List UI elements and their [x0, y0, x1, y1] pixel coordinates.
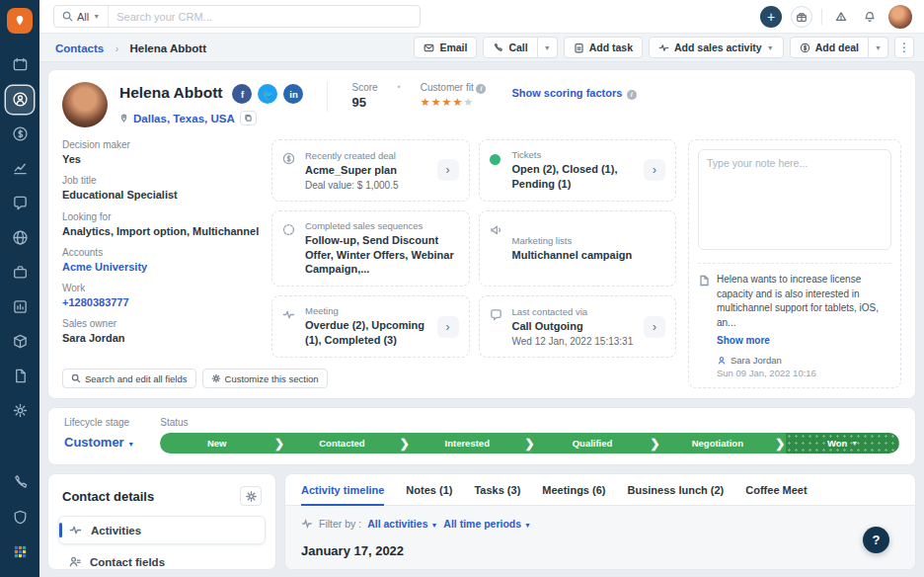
- linkedin-icon[interactable]: in: [283, 84, 303, 104]
- contacts-icon[interactable]: [6, 86, 34, 114]
- cube-icon[interactable]: [6, 328, 34, 356]
- sequence-icon: [282, 222, 297, 240]
- quick-add-button[interactable]: +: [760, 6, 782, 28]
- breadcrumb-contacts-link[interactable]: Contacts: [55, 42, 104, 54]
- show-more-link[interactable]: Show more: [717, 335, 770, 346]
- app-switcher-icon[interactable]: [6, 538, 34, 566]
- note-input[interactable]: [698, 149, 891, 250]
- help-button[interactable]: ?: [863, 527, 889, 553]
- widget-last-contacted[interactable]: Last contacted via Call Outgoing Wed 12 …: [479, 295, 677, 358]
- filter-periods-dropdown[interactable]: All time periods ▼: [443, 518, 531, 530]
- search-edit-fields-button[interactable]: Search and edit all fields: [62, 369, 196, 388]
- divider: [821, 9, 822, 25]
- sidebar-item-label: Activities: [91, 525, 141, 536]
- call-button[interactable]: Call: [483, 37, 537, 58]
- add-sales-activity-button[interactable]: Add sales activity▼: [649, 37, 784, 58]
- breadcrumb-bar: Contacts › Helena Abbott Email Call ▼ Ad…: [39, 34, 924, 62]
- widget-tickets[interactable]: Tickets Open (2), Closed (1), Pending (1…: [479, 139, 677, 202]
- widget-meeting[interactable]: Meeting Overdue (2), Upcoming (1), Compl…: [271, 295, 470, 358]
- alerts-icon[interactable]: [831, 7, 851, 27]
- global-search[interactable]: All ▼: [53, 5, 421, 28]
- stage-interested[interactable]: Interested: [411, 433, 524, 453]
- search-scope-dropdown[interactable]: All ▼: [54, 6, 109, 27]
- stage-separator: ❯: [774, 433, 786, 453]
- stage-won[interactable]: Won▼: [786, 433, 899, 453]
- star-icon: ★: [421, 96, 431, 108]
- tab-activity-timeline[interactable]: Activity timeline: [301, 484, 384, 505]
- stage-new[interactable]: New: [160, 433, 273, 453]
- field-value: Analytics, Import option, Multichannel: [62, 224, 260, 238]
- show-scoring-factors-link[interactable]: Show scoring factors: [511, 87, 622, 99]
- star-icon: ★: [442, 96, 453, 108]
- chevron-down-icon: ▼: [524, 522, 531, 529]
- gear-icon[interactable]: [240, 486, 262, 506]
- chevron-right-button[interactable]: ›: [437, 316, 459, 338]
- widget-label: Recently created deal: [305, 150, 429, 161]
- contact-details-panel: Contact details Activities Contact field…: [47, 473, 276, 570]
- widget-title: Follow-up, Send Discount Offer, Winter O…: [305, 233, 459, 278]
- twitter-icon[interactable]: 🐦: [258, 84, 277, 104]
- sidebar-item-contact-fields[interactable]: Contact fields: [58, 548, 266, 575]
- facebook-icon[interactable]: f: [232, 84, 252, 104]
- lifecycle-stage-dropdown[interactable]: Customer ▼: [64, 435, 134, 450]
- status-stage-bar: New ❯ Contacted ❯ Interested ❯ Qualified…: [160, 433, 899, 453]
- gear-icon: [211, 373, 221, 383]
- add-deal-button[interactable]: Add deal: [790, 37, 869, 58]
- field-value: Sara Jordan: [62, 331, 260, 345]
- tab-business-lunch[interactable]: Business lunch (2): [627, 484, 724, 505]
- account-link[interactable]: Acme University: [62, 260, 260, 274]
- info-icon[interactable]: i: [627, 90, 637, 100]
- contact-location-link[interactable]: Dallas, Texas, USA: [133, 113, 235, 124]
- filter-by-label: Filter by :: [319, 518, 361, 530]
- widget-sales-sequences[interactable]: Completed sales sequences Follow-up, Sen…: [271, 210, 470, 288]
- notifications-bell-icon[interactable]: [860, 7, 880, 27]
- shield-icon[interactable]: [6, 504, 34, 532]
- search-input[interactable]: [109, 11, 420, 23]
- widget-subtitle: Deal value: $ 1,000.5: [305, 180, 429, 191]
- widget-label: Meeting: [305, 305, 429, 316]
- gift-icon[interactable]: [791, 6, 812, 28]
- deals-icon[interactable]: [6, 121, 34, 148]
- analytics-icon[interactable]: [6, 155, 34, 183]
- widget-recent-deal[interactable]: Recently created deal Acme_Super plan De…: [271, 139, 470, 202]
- stage-contacted[interactable]: Contacted: [285, 433, 399, 453]
- widget-marketing-lists[interactable]: Marketing lists Multichannel campaign: [479, 210, 677, 288]
- calendar-icon[interactable]: [6, 51, 34, 79]
- note-text: Helena wants to increase license capacit…: [717, 273, 891, 330]
- tab-notes[interactable]: Notes (1): [406, 484, 452, 505]
- phone-link[interactable]: +1280383777: [62, 295, 260, 309]
- tab-coffee-meet[interactable]: Coffee Meet: [745, 484, 807, 505]
- tab-meetings[interactable]: Meetings (6): [542, 484, 605, 505]
- filter-activities-dropdown[interactable]: All activities ▼: [367, 518, 437, 530]
- freshsales-logo[interactable]: [7, 8, 33, 34]
- more-options-button[interactable]: ⋮: [894, 37, 914, 58]
- chevron-right-button[interactable]: ›: [437, 159, 459, 181]
- settings-icon[interactable]: [6, 397, 34, 425]
- info-icon[interactable]: i: [476, 84, 486, 94]
- stage-separator: ❯: [273, 433, 285, 453]
- deal-icon: [800, 42, 810, 53]
- chevron-right-button[interactable]: ›: [644, 159, 665, 181]
- chevron-right-button[interactable]: ›: [644, 316, 665, 338]
- phone-icon[interactable]: [6, 469, 34, 497]
- status-label: Status: [160, 417, 899, 428]
- chat-icon[interactable]: [6, 190, 34, 217]
- chat-bubble-icon: [490, 307, 504, 325]
- stage-qualified[interactable]: Qualified: [536, 433, 650, 453]
- user-avatar[interactable]: [888, 5, 912, 29]
- call-dropdown-caret[interactable]: ▼: [538, 37, 558, 58]
- documents-icon[interactable]: [6, 363, 34, 390]
- add-task-button[interactable]: Add task: [564, 37, 643, 58]
- stage-negotiation[interactable]: Negotiation: [660, 433, 774, 453]
- email-button[interactable]: Email: [414, 37, 477, 58]
- stage-separator: ❯: [399, 433, 411, 453]
- add-deal-dropdown-caret[interactable]: ▼: [869, 37, 888, 58]
- note-date: Sun 09 Jan, 2022 10:16: [717, 368, 891, 378]
- tab-tasks[interactable]: Tasks (3): [474, 484, 520, 505]
- web-icon[interactable]: [6, 224, 34, 252]
- product-icon[interactable]: [6, 259, 34, 287]
- reports-icon[interactable]: [6, 293, 34, 321]
- widget-label: Last contacted via: [512, 306, 637, 317]
- copy-icon[interactable]: [240, 111, 257, 125]
- sidebar-item-activities[interactable]: Activities: [58, 516, 266, 544]
